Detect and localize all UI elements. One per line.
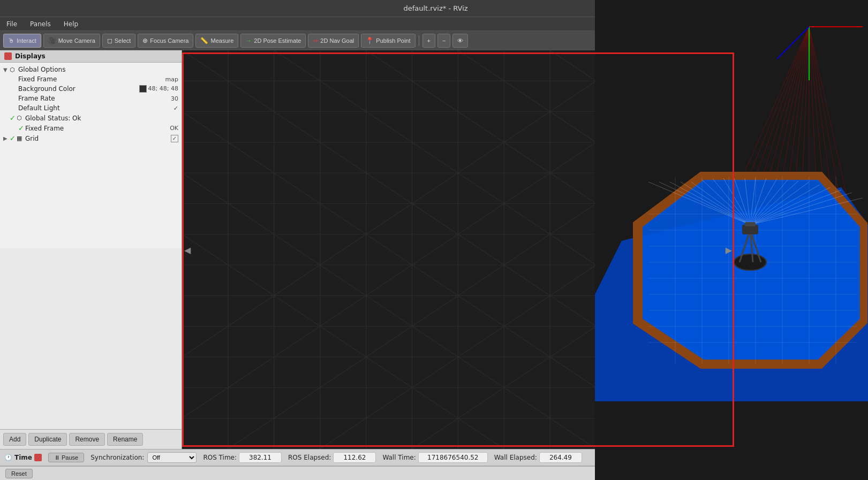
add-display-button[interactable]: Add [3,433,26,446]
tool-2d-nav-label: 2D Nav Goal [320,37,354,44]
ros-elapsed-label: ROS Elapsed: [288,454,331,461]
ros-elapsed-group: ROS Elapsed: 112.62 [288,452,376,463]
global-status-check-icon: ✓ [10,114,16,122]
grid-icon: ▦ [17,135,25,142]
tool-2d-pose-label: 2D Pose Estimate [254,37,301,44]
2d-nav-icon: ⇒ [313,37,318,44]
tree-grid[interactable]: ▶ ✓ ▦ Grid ✓ [0,133,182,143]
frame-rate-value: 30 [171,95,178,102]
ros-time-group: ROS Time: 382.11 [203,452,282,463]
menu-panels[interactable]: Panels [27,19,54,29]
interact-icon: 🖱 [8,37,14,44]
tool-publish-point-label: Publish Point [376,37,410,44]
ff-ok-label: Fixed Frame [25,125,170,132]
viewport-scroll-right[interactable]: ▶ [726,245,732,255]
tool-focus-camera[interactable]: ⊕ Focus Camera [138,34,193,48]
wall-elapsed-group: Wall Elapsed: 264.49 [494,452,582,463]
wall-time-value: 1718676540.52 [418,452,488,463]
pause-label: Pause [62,454,78,461]
global-status-label: Global Status: Ok [25,115,178,122]
tool-select[interactable]: ◻ Select [102,34,136,48]
tool-camera-view[interactable]: 👁 [452,34,468,48]
tool-interact-label: Interact [17,37,36,44]
svg-rect-101 [745,222,756,226]
wall-time-group: Wall Time: 1718676540.52 [382,452,487,463]
fixed-frame-label: Fixed Frame [18,75,165,83]
tree-default-light[interactable]: Default Light ✓ [0,103,182,113]
tool-2d-nav[interactable]: ⇒ 2D Nav Goal [308,34,359,48]
ros-time-value: 382.11 [239,452,282,463]
menu-help[interactable]: Help [61,19,81,29]
tree-ff-ok[interactable]: ✓ Fixed Frame OK [0,123,182,133]
time-bar-close[interactable] [34,454,42,461]
status-left: Reset [5,469,33,478]
displays-panel: Displays ▼ ⬡ Global Options Fixed Frame … [0,50,182,449]
tool-2d-pose[interactable]: → 2D Pose Estimate [240,34,306,48]
displays-panel-title: Displays [4,52,46,60]
reset-button[interactable]: Reset [5,469,33,478]
remove-display-button[interactable]: Remove [69,433,105,446]
tree-global-options[interactable]: ▼ ⬡ Global Options [0,65,182,74]
publish-point-icon: 📍 [366,37,374,44]
move-camera-icon: 🎥 [48,37,56,44]
displays-tree: ▼ ⬡ Global Options Fixed Frame map Backg… [0,63,182,248]
tool-publish-point[interactable]: 📍 Publish Point [361,34,415,48]
grid-checkbox[interactable]: ✓ [171,135,178,142]
displays-panel-header: Displays [0,50,182,63]
viewport-scroll-left[interactable]: ◀ [184,245,191,255]
3d-scene-panel [595,0,868,480]
tool-interact[interactable]: 🖱 Interact [3,34,41,48]
ros-elapsed-value: 112.62 [333,452,376,463]
wall-elapsed-label: Wall Elapsed: [494,454,537,461]
tree-frame-rate[interactable]: Frame Rate 30 [0,94,182,103]
measure-icon: 📏 [200,37,208,44]
bg-color-label: Background Color [18,85,139,93]
tool-move-camera[interactable]: 🎥 Move Camera [43,34,100,48]
svg-point-96 [734,254,766,270]
ff-ok-value: OK [170,125,178,132]
global-options-icon: ⬡ [10,66,18,73]
time-section-label: Time [14,454,32,461]
rename-display-button[interactable]: Rename [107,433,143,446]
default-light-label: Default Light [18,104,173,112]
tool-select-label: Select [115,37,131,44]
sync-row: Synchronization: Off Exact Approximate [90,452,197,463]
fixed-frame-value: map [165,76,178,83]
tool-add[interactable]: + [422,34,435,48]
3d-scene-svg [595,0,868,480]
menu-file[interactable]: File [3,19,20,29]
ff-ok-check-icon: ✓ [18,124,24,132]
bg-color-value: 48; 48; 48 [139,85,178,93]
ros-time-label: ROS Time: [203,454,237,461]
tree-bg-color[interactable]: Background Color 48; 48; 48 [0,84,182,94]
wall-elapsed-value: 264.49 [539,452,582,463]
sync-label: Synchronization: [90,454,144,461]
expand-grid: ▶ [3,135,10,141]
grid-check-icon: ✓ [10,134,16,142]
tool-remove-view[interactable]: − [437,34,450,48]
bg-color-swatch [139,85,147,93]
sync-select[interactable]: Off Exact Approximate [147,452,197,463]
default-light-value: ✓ [173,105,178,112]
tree-global-status[interactable]: ✓ ⬡ Global Status: Ok [0,113,182,123]
tree-fixed-frame[interactable]: Fixed Frame map [0,74,182,84]
focus-camera-icon: ⊕ [142,37,148,44]
duplicate-display-button[interactable]: Duplicate [28,433,67,446]
tool-measure-label: Measure [210,37,233,44]
select-icon: ◻ [107,37,112,44]
displays-title-label: Displays [15,52,46,60]
tool-move-camera-label: Move Camera [58,37,95,44]
time-section-header: 🕐 Time [4,454,42,461]
time-clock-icon: 🕐 [4,454,12,461]
global-options-label: Global Options [18,66,178,73]
2d-pose-icon: → [245,37,252,44]
tool-focus-camera-label: Focus Camera [150,37,188,44]
wall-time-label: Wall Time: [382,454,416,461]
tool-measure[interactable]: 📏 Measure [195,34,238,48]
grid-label: Grid [25,135,171,142]
global-status-icon: ⬡ [17,115,25,121]
displays-panel-close[interactable] [4,52,12,60]
grid-enabled-checkbox[interactable]: ✓ [171,135,178,142]
toolbar-separator [419,35,419,46]
time-pause-button[interactable]: ⏸ Pause [48,453,84,462]
